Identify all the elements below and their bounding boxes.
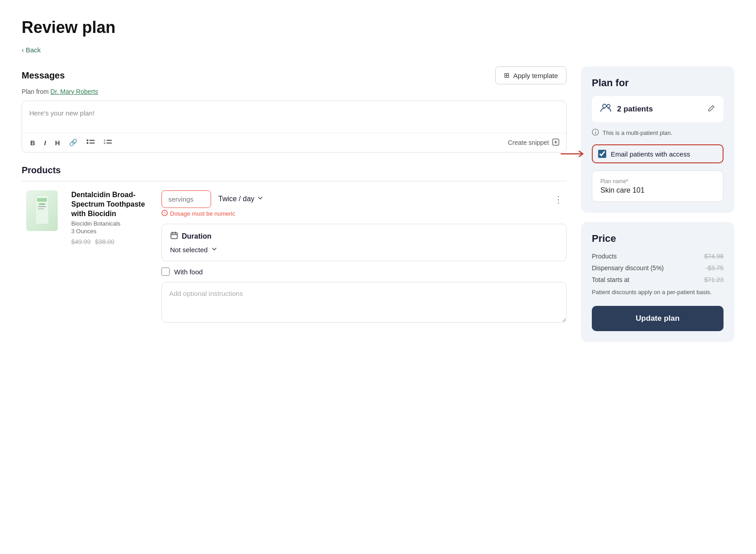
svg-text:!: ! (165, 211, 166, 215)
plan-from: Plan from Dr. Mary Roberts (22, 88, 567, 95)
messages-title: Messages (22, 70, 65, 81)
snippet-icon (552, 138, 560, 148)
products-divider (22, 181, 567, 181)
apply-template-button[interactable]: ⊞ Apply template (495, 66, 567, 84)
product-image (26, 190, 58, 231)
instructions-textarea[interactable] (161, 282, 567, 323)
italic-button[interactable]: I (42, 138, 48, 148)
products-price-value: $74.98 (704, 253, 724, 260)
price-note: Patient discounts apply on a per-patient… (592, 288, 724, 297)
link-button[interactable]: 🔗 (67, 138, 79, 148)
highlight-arrow (559, 148, 589, 159)
template-icon: ⊞ (504, 71, 510, 79)
bullet-list-button[interactable] (85, 138, 97, 148)
total-value: $71.23 (704, 276, 724, 283)
heading-button[interactable]: H (53, 138, 62, 148)
price-discounted: $38.00 (95, 238, 115, 245)
price-title: Price (592, 233, 724, 245)
doctor-link[interactable]: Dr. Mary Roberts (51, 88, 98, 95)
chevron-down-icon (257, 195, 263, 203)
numbered-list-button[interactable]: 1.2. (102, 138, 114, 148)
info-icon: i (592, 129, 599, 137)
dosage-error: ! Dosage must be numeric (161, 210, 550, 217)
product-row: Dentalcidin Broad-Spectrum Toothpaste wi… (22, 190, 567, 324)
products-price-label: Products (592, 253, 617, 260)
discount-value: -$3.75 (705, 264, 724, 272)
price-card: Price Products $74.98 Dispensary discoun… (581, 222, 734, 342)
svg-rect-5 (106, 140, 112, 141)
discount-row: Dispensary discount (5%) -$3.75 (592, 264, 724, 272)
product-brand: Biocidin Botanicals (71, 220, 152, 227)
svg-rect-10 (37, 198, 47, 202)
create-snippet-button[interactable]: Create snippet (508, 138, 560, 148)
svg-rect-12 (38, 206, 46, 207)
email-patients-checkbox[interactable] (598, 150, 606, 158)
patients-count: 2 patients (617, 105, 702, 114)
more-options-button[interactable]: ⋮ (550, 190, 567, 208)
bold-button[interactable]: B (28, 138, 37, 148)
discount-label: Dispensary discount (5%) (592, 264, 664, 272)
patients-icon (600, 103, 612, 115)
svg-text:2.: 2. (104, 142, 106, 144)
plan-name-field[interactable]: Plan name* Skin care 101 (592, 171, 724, 202)
edit-patients-button[interactable] (707, 104, 715, 115)
editor-toolbar: B I H 🔗 1.2. Create snippet (22, 133, 566, 152)
message-editor: Here's your new plan! B I H 🔗 1.2. Creat… (22, 101, 567, 152)
page-title: Review plan (22, 18, 734, 37)
plan-for-card: Plan for 2 patients i (581, 66, 734, 213)
calendar-icon (170, 231, 178, 241)
servings-input[interactable] (161, 190, 211, 208)
left-panel: Messages ⊞ Apply template Plan from Dr. … (22, 66, 567, 324)
with-food-checkbox[interactable] (161, 268, 170, 276)
frequency-select[interactable]: Twice / day (217, 190, 265, 208)
plan-name-value: Skin care 101 (600, 186, 715, 194)
svg-point-0 (87, 139, 88, 141)
multi-patient-note: i This is a multi-patient plan. (592, 129, 724, 137)
total-label: Total starts at (592, 276, 629, 283)
duration-box: Duration Not selected (161, 224, 567, 261)
svg-text:i: i (595, 130, 596, 135)
right-panel: Plan for 2 patients i (581, 66, 734, 342)
plan-for-title: Plan for (592, 77, 724, 89)
product-controls: Twice / day ! Dosage must be numeric (161, 190, 567, 324)
svg-rect-3 (89, 143, 95, 143)
svg-rect-11 (39, 203, 45, 205)
price-original: $49.99 (71, 238, 91, 245)
with-food-row: With food (161, 268, 567, 276)
duration-select[interactable]: Not selected (170, 246, 558, 254)
products-price-row: Products $74.98 (592, 253, 724, 260)
svg-point-2 (87, 142, 88, 144)
message-content[interactable]: Here's your new plan! (22, 101, 566, 133)
svg-point-17 (603, 104, 606, 108)
products-title: Products (22, 165, 567, 175)
back-link[interactable]: ‹ Back (22, 46, 41, 54)
product-name: Dentalcidin Broad-Spectrum Toothpaste wi… (71, 190, 152, 218)
chevron-down-icon-2 (211, 246, 217, 254)
email-patients-row: Email patients with access (592, 144, 724, 163)
warning-icon: ! (161, 210, 168, 217)
product-size: 3 Ounces (71, 228, 152, 235)
svg-rect-13 (38, 208, 44, 209)
svg-rect-7 (106, 143, 112, 143)
update-plan-button[interactable]: Update plan (592, 306, 724, 331)
total-row: Total starts at $71.23 (592, 276, 724, 283)
patients-row: 2 patients (592, 96, 724, 122)
product-image-area (22, 190, 62, 231)
plan-name-label: Plan name* (600, 178, 715, 185)
svg-point-18 (607, 105, 610, 108)
svg-rect-16 (171, 233, 177, 239)
with-food-label: With food (174, 268, 203, 276)
email-patients-label: Email patients with access (611, 150, 690, 158)
svg-rect-1 (89, 140, 95, 141)
